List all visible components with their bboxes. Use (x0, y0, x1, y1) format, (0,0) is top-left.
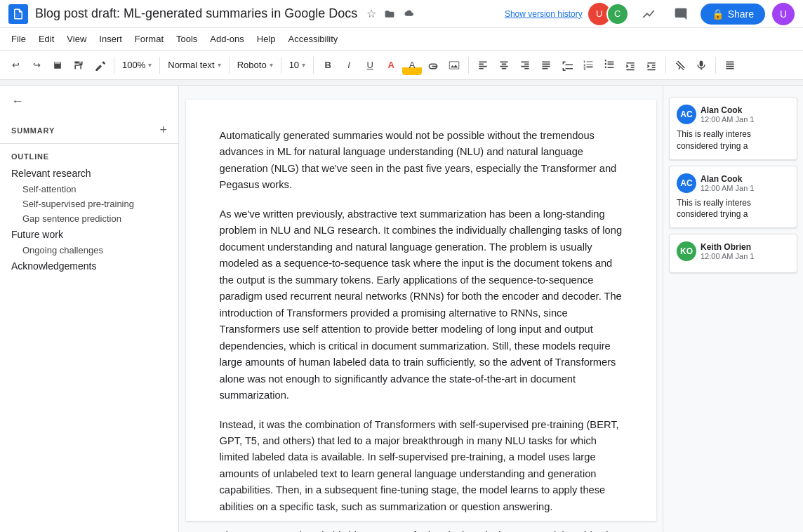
outline-subitem-self-supervised[interactable]: Self-supervised pre-training (0, 197, 178, 211)
ruler (0, 80, 803, 86)
comment-header-2: AC Alan Cook 12:00 AM Jan 1 (677, 173, 790, 193)
align-justify-button[interactable] (536, 55, 556, 75)
outline-item-acknowledgements[interactable]: Acknowledgements (0, 258, 178, 274)
numbered-list-button[interactable] (578, 55, 598, 75)
doc-page: Automatically generated summaries would … (186, 100, 656, 521)
sidebar-back-button[interactable]: ← (0, 86, 178, 117)
font-size-value: 10 (289, 60, 299, 70)
zoom-chevron: ▾ (148, 61, 152, 69)
text-color-button[interactable]: A (381, 55, 401, 75)
trending-icon[interactable] (636, 1, 661, 27)
divider-1 (114, 57, 114, 74)
link-button[interactable] (423, 55, 443, 75)
font-size-chevron: ▾ (302, 61, 305, 69)
align-right-button[interactable] (515, 55, 535, 75)
summary-add-button[interactable]: + (159, 123, 167, 138)
comments-panel: AC Alan Cook 12:00 AM Jan 1 This is real… (663, 86, 803, 532)
comment-avatar-2: AC (677, 173, 696, 193)
outline-subitem-gap-sentence[interactable]: Gap sentence prediction (0, 211, 178, 226)
undo-button[interactable]: ↩ (6, 55, 25, 75)
comment-author-2: Alan Cook (701, 174, 754, 184)
menu-format[interactable]: Format (129, 31, 169, 47)
indent-more-button[interactable] (642, 55, 661, 75)
paint-format-button[interactable] (69, 55, 88, 75)
font-size-select[interactable]: 10 ▾ (286, 55, 309, 75)
doc-paragraph-1[interactable]: Automatically generated summaries would … (220, 128, 623, 194)
comment-meta-1: Alan Cook 12:00 AM Jan 1 (701, 105, 754, 124)
print-button[interactable] (48, 55, 67, 75)
font-select[interactable]: Roboto ▾ (234, 55, 277, 75)
text-style-select[interactable]: Normal text ▾ (164, 55, 224, 75)
main-layout: ← SUMMARY + OUTLINE Relevant research Se… (0, 86, 803, 532)
outline-item-relevant-research[interactable]: Relevant research (0, 165, 178, 182)
divider-2 (159, 57, 160, 74)
sidebar: ← SUMMARY + OUTLINE Relevant research Se… (0, 86, 179, 532)
menu-insert[interactable]: Insert (93, 31, 128, 47)
doc-paragraph-2[interactable]: As we've written previously, abstractive… (220, 206, 623, 404)
line-spacing-button[interactable] (557, 55, 577, 75)
indent-less-button[interactable] (620, 55, 640, 75)
star-icon[interactable]: ☆ (364, 7, 378, 21)
clear-format-button[interactable] (670, 55, 690, 75)
title-bar: Blog post draft: ML-generated summaries … (0, 0, 803, 28)
italic-button[interactable]: I (339, 55, 359, 75)
redo-button[interactable]: ↪ (27, 55, 46, 75)
comment-card-3[interactable]: KO Keith Obrien 12:00 AM Jan 1 (669, 234, 797, 273)
bold-button[interactable]: B (318, 55, 338, 75)
cloud-icon[interactable] (401, 7, 415, 21)
underline-button[interactable]: U (360, 55, 380, 75)
font-chevron: ▾ (270, 61, 273, 69)
show-version-link[interactable]: Show version history (505, 9, 583, 19)
app-icon[interactable] (8, 4, 28, 24)
right-actions: U C 🔒 Share U (588, 1, 795, 27)
image-options-button[interactable] (720, 55, 740, 75)
highlight-button[interactable]: A (402, 55, 422, 75)
voice-input-button[interactable] (691, 55, 711, 75)
comment-meta-3: Keith Obrien 12:00 AM Jan 1 (701, 242, 754, 260)
comment-time-2: 12:00 AM Jan 1 (701, 184, 754, 192)
comment-text-2: This is really interes considered trying… (677, 197, 790, 221)
user-avatar[interactable]: U (772, 3, 795, 25)
doc-paragraph-4[interactable]: The Pegasus work took this idea one step… (220, 528, 623, 532)
outline-item-future-work[interactable]: Future work (0, 226, 178, 243)
image-button[interactable] (444, 55, 464, 75)
doc-paragraph-3[interactable]: Instead, it was the combination of Trans… (220, 417, 623, 516)
comment-author-1: Alan Cook (701, 105, 754, 115)
collaborator-avatar-2[interactable]: C (606, 3, 629, 25)
text-style-value: Normal text (168, 60, 214, 70)
outline-subitem-ongoing-challenges[interactable]: Ongoing challenges (0, 243, 178, 258)
align-center-button[interactable] (494, 55, 514, 75)
divider-7 (665, 57, 666, 74)
folder-icon[interactable] (383, 7, 397, 21)
menu-edit[interactable]: Edit (33, 31, 60, 47)
align-left-button[interactable] (473, 55, 493, 75)
menu-addons[interactable]: Add-ons (204, 31, 249, 47)
menu-bar: File Edit View Insert Format Tools Add-o… (0, 28, 803, 51)
summary-label: SUMMARY (11, 126, 55, 135)
comments-icon[interactable] (668, 1, 694, 27)
comment-avatar-3: KO (677, 241, 696, 261)
menu-tools[interactable]: Tools (171, 31, 203, 47)
doc-title: Blog post draft: ML-generated summaries … (35, 6, 357, 21)
lock-icon: 🔒 (712, 8, 724, 20)
comment-card-2[interactable]: AC Alan Cook 12:00 AM Jan 1 This is real… (669, 166, 797, 229)
outline-label: OUTLINE (0, 144, 178, 165)
comment-author-3: Keith Obrien (701, 242, 754, 252)
menu-accessibility[interactable]: Accessibility (283, 31, 344, 47)
comment-time-1: 12:00 AM Jan 1 (701, 115, 754, 124)
outline-subitem-self-attention[interactable]: Self-attention (0, 182, 178, 197)
menu-view[interactable]: View (61, 31, 92, 47)
bullet-list-button[interactable] (599, 55, 619, 75)
menu-help[interactable]: Help (251, 31, 281, 47)
comment-time-3: 12:00 AM Jan 1 (701, 252, 754, 260)
share-button[interactable]: 🔒 Share (701, 4, 765, 25)
comment-header-3: KO Keith Obrien 12:00 AM Jan 1 (677, 241, 790, 261)
comment-card-1[interactable]: AC Alan Cook 12:00 AM Jan 1 This is real… (669, 97, 797, 160)
font-value: Roboto (237, 60, 267, 70)
comment-header-1: AC Alan Cook 12:00 AM Jan 1 (677, 105, 790, 124)
divider-5 (313, 57, 314, 74)
zoom-select[interactable]: 100% ▾ (119, 55, 155, 75)
spell-check-button[interactable] (90, 55, 109, 75)
menu-file[interactable]: File (6, 31, 32, 47)
doc-area: Automatically generated summaries would … (179, 86, 663, 532)
